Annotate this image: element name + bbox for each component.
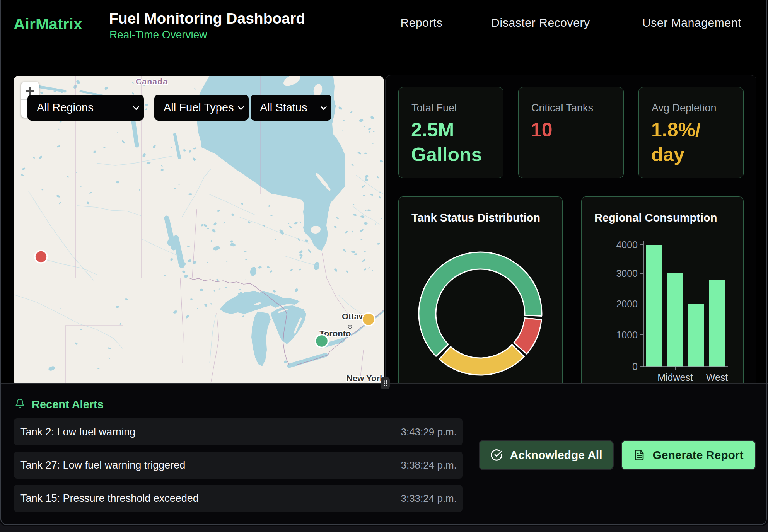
svg-text:West: West <box>706 372 728 383</box>
svg-text:Canada: Canada <box>136 77 168 86</box>
svg-text:0: 0 <box>632 361 638 372</box>
svg-text:New York: New York <box>346 373 384 383</box>
svg-text:4000: 4000 <box>616 239 638 250</box>
svg-text:1000: 1000 <box>616 329 638 340</box>
svg-text:3000: 3000 <box>616 268 638 279</box>
svg-text:Midwest: Midwest <box>657 372 693 383</box>
svg-text:2000: 2000 <box>616 298 638 309</box>
